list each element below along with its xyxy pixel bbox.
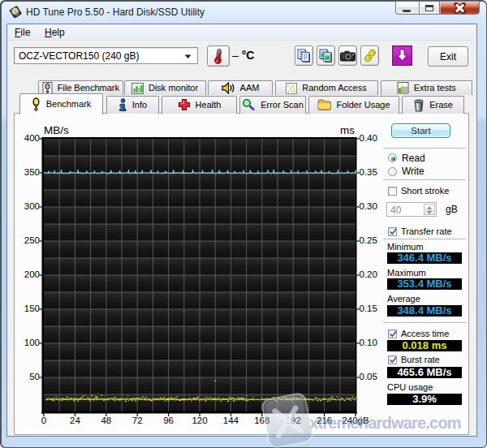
svg-text:xtremehardware.com: xtremehardware.com (309, 414, 461, 432)
